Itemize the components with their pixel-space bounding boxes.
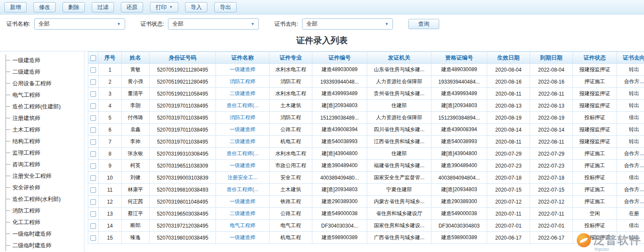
sidebar-item-12[interactable]: 造价工程师(水利部) [6, 193, 84, 205]
certificate-name-link[interactable]: 二级建造师 [230, 210, 255, 216]
certificate-name-link[interactable]: 消防工程师 [230, 114, 255, 120]
cell-seq: 8 [99, 148, 122, 160]
row-checkbox[interactable] [90, 115, 96, 121]
row-checkbox[interactable] [90, 163, 96, 169]
sidebar-item-15[interactable]: 一级临时建造师 [6, 228, 84, 240]
row-checkbox[interactable] [90, 211, 96, 217]
export-button[interactable]: 导出 [214, 2, 237, 12]
cell-name: 张永银 [122, 148, 150, 160]
cert-status-filter: 证书状态:全部▼ [141, 18, 259, 30]
tree-branch-line [6, 245, 10, 246]
row-checkbox-cell [88, 232, 99, 244]
sidebar-item-5[interactable]: 注册建筑师 [6, 112, 84, 124]
restore-button[interactable]: 还原 [121, 2, 143, 12]
query-button[interactable]: 查询 [408, 19, 439, 29]
certificate-name-link[interactable]: 一级建造师 [230, 234, 255, 240]
certificate-name-link[interactable]: 一级建造师 [230, 162, 255, 168]
page: { "theme": { "accent_blue": "#1c6fae", "… [0, 0, 644, 252]
add-button[interactable]: 新增 [4, 2, 27, 12]
import-button[interactable]: 导入 [185, 2, 207, 12]
certificate-name-link[interactable]: 注册安全工... [228, 174, 258, 180]
certificate-name-link[interactable]: 消防工程师 [230, 78, 255, 84]
table-row: 10刘健520703199003103839注册安全工...安全工程400389… [88, 172, 644, 184]
filter-button[interactable]: 过滤 [92, 2, 114, 12]
sidebar-item-0[interactable]: 一级建造师 [6, 54, 84, 66]
row-checkbox[interactable] [90, 91, 96, 97]
sidebar-item-9[interactable]: 咨询工程师 [6, 159, 84, 170]
certificate-name-link[interactable]: 造价工程师(... [227, 186, 258, 192]
cell-seq: 1 [99, 64, 122, 76]
cert-direction-select[interactable]: 全部▼ [302, 18, 393, 30]
sidebar-item-6[interactable]: 土木工程师 [6, 124, 84, 135]
cell-start_date: 2020-08-13 [487, 100, 530, 112]
cert-status-select[interactable]: 全部▼ [168, 18, 259, 30]
cell-direction: 转出 [617, 124, 644, 136]
cell-status: 押证施工 [573, 184, 617, 196]
cell-cert_name: 一级建造师 [216, 160, 270, 172]
row-checkbox[interactable] [90, 67, 96, 73]
cell-end_date: 2022-08-13 [530, 100, 573, 112]
sidebar-item-7[interactable]: 结构工程师 [6, 135, 84, 147]
certificate-name-link[interactable]: 造价工程师(... [227, 102, 258, 108]
table-row: 9柯英520703196511038309一级建造师市政公用工程建造390489… [88, 160, 644, 172]
cell-status: 报建报监押证 [573, 64, 617, 76]
cert-name-select[interactable]: 全部▼ [34, 18, 125, 30]
certificate-name-link[interactable]: 一级建造师 [230, 198, 255, 204]
row-checkbox[interactable] [90, 79, 96, 85]
certificate-name-link[interactable]: 一级建造师 [230, 66, 255, 72]
cell-qual_number: 1933939440484... [431, 76, 487, 88]
cell-cert_name: 造价工程师(... [216, 184, 270, 196]
certificate-name-link[interactable]: 电气工程师 [230, 222, 255, 228]
delete-button[interactable]: 删除 [63, 2, 85, 12]
row-checkbox[interactable] [90, 235, 96, 241]
row-checkbox[interactable] [90, 199, 96, 205]
sidebar-item-10[interactable]: 注册安全工程师 [6, 170, 84, 182]
cell-direction: 转出 [617, 136, 644, 148]
edit-button[interactable]: 修改 [33, 2, 56, 12]
cell-direction: 转出 [617, 64, 644, 76]
certificate-name-link[interactable]: 二级建造师 [230, 138, 255, 144]
cell-cert_number: 建造439993489 [312, 88, 367, 100]
table-row: 11林康平520703199810038493造价工程师(...土木建筑建[造]… [88, 184, 644, 196]
sidebar-item-16[interactable]: 二级临时建造师 [6, 240, 84, 251]
certificate-name-link[interactable]: 一级建造师 [230, 126, 255, 132]
certificate-name-link[interactable]: 二级建造师 [230, 90, 255, 96]
cell-cert_number: 建造390489400 [312, 160, 367, 172]
tree-branch-line [6, 83, 10, 84]
sidebar-item-1[interactable]: 二级建造师 [6, 66, 84, 78]
row-checkbox[interactable] [90, 139, 96, 145]
cell-start_date: 2020-07-29 [487, 148, 530, 160]
certificate-name-link[interactable]: 造价工程师(... [227, 150, 258, 156]
sidebar-item-8[interactable]: 监理工程师 [6, 147, 84, 159]
cell-end_date: 2022-08-16 [530, 76, 573, 88]
cell-issuer: 广西省住房与城乡建... [367, 232, 431, 244]
row-checkbox[interactable] [90, 127, 96, 133]
cell-name: 李帅 [122, 136, 150, 148]
table-row: 4李朗520703197011038495造价工程师(...土木建筑建[造]20… [88, 100, 644, 112]
cell-cert_number: 建造290389300 [312, 196, 367, 208]
row-checkbox-cell [88, 88, 99, 100]
sidebar-item-11[interactable]: 安全评价师 [6, 182, 84, 193]
sidebar-item-4[interactable]: 造价工程师(住建部) [6, 101, 84, 112]
sidebar-item-2[interactable]: 公用设备工程师 [6, 78, 84, 89]
cell-direction: 合作方... [617, 160, 644, 172]
sidebar-item-3[interactable]: 电气工程师 [6, 89, 84, 101]
cell-status: 报建报监押证 [573, 88, 617, 100]
row-checkbox[interactable] [90, 187, 96, 193]
row-checkbox[interactable] [90, 223, 96, 229]
table-body: 1黄敏520705199211280495一级建造师水利水电工程建造489030… [88, 64, 644, 244]
sidebar-item-14[interactable]: 化工工程师 [6, 216, 84, 228]
tree-branch-line [6, 164, 10, 165]
column-header-status: 证件状态 [573, 52, 617, 64]
row-checkbox[interactable] [90, 151, 96, 157]
select-all-checkbox[interactable] [90, 55, 96, 61]
cell-status: 投标押证 [573, 220, 617, 232]
row-checkbox[interactable] [90, 103, 96, 109]
cell-cert_name: 一级建造师 [216, 232, 270, 244]
row-checkbox[interactable] [90, 175, 96, 181]
sidebar-item-13[interactable]: 消防工程师 [6, 205, 84, 216]
print-button[interactable]: 打印▼ [150, 2, 178, 12]
cell-start_date: 2020-06-17 [487, 232, 530, 244]
sidebar-item-label: 电气工程师 [12, 91, 40, 99]
cell-cert_major: 消防工程 [270, 76, 312, 88]
